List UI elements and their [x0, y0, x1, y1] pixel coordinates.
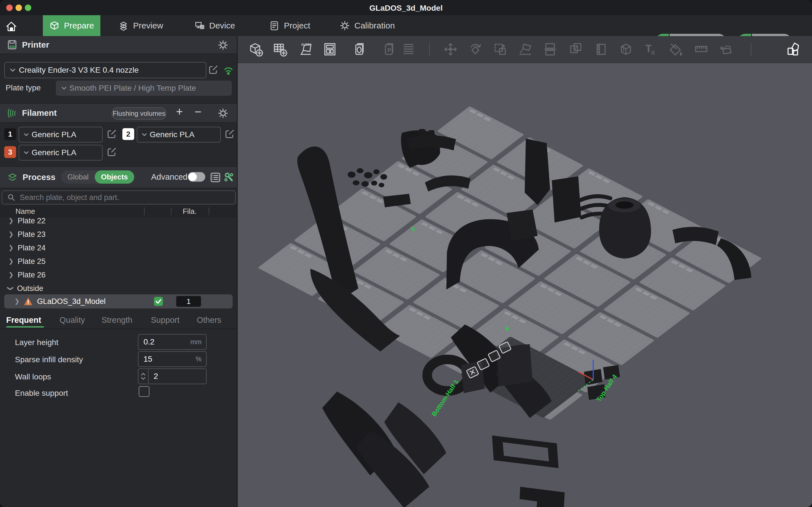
edit-filament-1-icon[interactable]: [107, 129, 117, 139]
preview-layers-icon: [118, 20, 129, 31]
filament-3-swatch[interactable]: 3: [4, 146, 16, 158]
small-parts-cluster[interactable]: [348, 168, 387, 187]
edit-filament-2-icon[interactable]: [224, 129, 235, 139]
search-settings-icon[interactable]: [223, 172, 235, 183]
infill-field[interactable]: %: [138, 351, 207, 367]
layer-height-input[interactable]: [139, 337, 186, 347]
filament-settings-gear-icon[interactable]: [218, 108, 229, 119]
edit-printer-icon[interactable]: [208, 65, 218, 75]
add-object-icon[interactable]: [248, 41, 264, 57]
object-search[interactable]: [2, 190, 236, 205]
list-item-object-selected[interactable]: ❯ GLaDOS_3d_Model 1: [4, 294, 233, 308]
process-mode-switch[interactable]: Global Objects: [61, 170, 134, 184]
rotate-icon[interactable]: [467, 41, 483, 57]
tab-prepare[interactable]: Prepare: [43, 15, 100, 36]
tab-others[interactable]: Others: [197, 316, 221, 325]
chevron-down-icon[interactable]: ❯: [7, 286, 14, 291]
printer-section-header: Printer: [0, 36, 237, 54]
parameter-table-icon[interactable]: [210, 172, 221, 183]
mode-global[interactable]: Global: [61, 173, 95, 181]
add-filament-button[interactable]: +: [176, 106, 183, 118]
wall-loops-stepper[interactable]: [139, 370, 149, 383]
text-tool-icon[interactable]: Ta: [642, 41, 658, 57]
chevron-right-icon[interactable]: ❯: [8, 231, 13, 238]
object-printable-checkbox[interactable]: [154, 297, 163, 306]
svg-text:P: P: [388, 47, 391, 53]
stepper-down-icon[interactable]: [141, 377, 146, 380]
tab-frequent[interactable]: Frequent: [6, 316, 41, 325]
wall-loops-input[interactable]: [149, 372, 197, 381]
printer-preset-value: Creality Ender-3 V3 KE 0.4 nozzle: [19, 66, 139, 75]
printer-settings-gear-icon[interactable]: [218, 40, 229, 50]
variable-layer-height-icon[interactable]: [401, 41, 416, 57]
list-item-plate-26[interactable]: ❯ Plate 26: [8, 268, 46, 282]
add-plate-icon[interactable]: [272, 41, 288, 57]
tab-preview-label: Preview: [133, 21, 163, 31]
chevron-right-icon[interactable]: ❯: [8, 258, 13, 265]
object-filament-value[interactable]: 1: [176, 296, 201, 307]
filament-1-name: Generic PLA: [32, 130, 77, 139]
filament-2-swatch[interactable]: 2: [122, 128, 134, 140]
seam-painting-icon[interactable]: [719, 41, 734, 57]
tab-quality[interactable]: Quality: [59, 316, 85, 325]
viewport-3d[interactable]: 6 5 Bottom-Half 1 Top-Half 4 AUTO: [238, 36, 812, 507]
chevron-right-icon[interactable]: ❯: [8, 271, 13, 279]
plate-type-value: Smooth PEI Plate / High Temp Plate: [69, 83, 196, 93]
tab-project[interactable]: Project: [269, 15, 310, 36]
mode-objects[interactable]: Objects: [95, 170, 134, 184]
tab-device[interactable]: Device: [195, 15, 235, 36]
move-icon[interactable]: [443, 41, 458, 57]
chevron-right-icon[interactable]: ❯: [8, 217, 13, 224]
chevron-right-icon[interactable]: ❯: [8, 244, 13, 251]
tab-project-label: Project: [284, 21, 310, 31]
chevron-right-icon[interactable]: ❯: [14, 298, 19, 305]
filament-2-dropdown[interactable]: Generic PLA: [137, 127, 221, 143]
mesh-boolean-icon[interactable]: [568, 41, 583, 57]
auto-orient-icon[interactable]: AUTO: [298, 41, 314, 57]
plate-25-label: Plate 25: [17, 257, 45, 266]
layer-height-field[interactable]: mm: [138, 334, 207, 350]
tab-preview[interactable]: Preview: [118, 15, 163, 36]
search-input[interactable]: [19, 193, 218, 202]
printer-preset-dropdown[interactable]: Creality Ender-3 V3 KE 0.4 nozzle: [4, 62, 206, 78]
infill-unit: %: [196, 355, 206, 363]
infill-input[interactable]: [139, 354, 186, 364]
measure-icon[interactable]: [693, 41, 709, 57]
filament-3-dropdown[interactable]: Generic PLA: [18, 145, 103, 161]
list-item-outside[interactable]: ❯ Outside: [8, 282, 43, 295]
wifi-connected-icon[interactable]: [223, 64, 234, 75]
device-icon: [195, 20, 205, 31]
filament-1-swatch[interactable]: 1: [4, 128, 16, 140]
tab-strength[interactable]: Strength: [101, 316, 133, 325]
edit-filament-3-icon[interactable]: [107, 147, 117, 157]
scale-icon[interactable]: [492, 41, 508, 57]
chevron-down-icon: [9, 67, 16, 73]
list-item-plate-24[interactable]: ❯ Plate 24: [8, 241, 46, 255]
enable-support-checkbox[interactable]: [139, 386, 149, 397]
list-item-plate-25[interactable]: ❯ Plate 25: [8, 255, 46, 268]
split-to-parts-icon[interactable]: P: [382, 41, 397, 57]
cut-icon[interactable]: [543, 41, 558, 57]
home-icon[interactable]: [5, 20, 17, 33]
plate-type-dropdown[interactable]: Smooth PEI Plate / High Temp Plate: [56, 80, 232, 96]
color-paint-icon[interactable]: [667, 41, 683, 57]
tab-support[interactable]: Support: [151, 316, 180, 325]
fuzzy-skin-icon[interactable]: [593, 41, 609, 57]
list-item-plate-23[interactable]: ❯ Plate 23: [8, 228, 46, 241]
advanced-toggle[interactable]: [188, 172, 205, 182]
negative-part-icon[interactable]: [618, 41, 634, 57]
stepper-up-icon[interactable]: [141, 372, 146, 376]
assembly-view-icon[interactable]: [785, 41, 801, 57]
flushing-volumes-button[interactable]: Flushing volumes: [112, 107, 166, 120]
split-to-objects-icon[interactable]: [352, 41, 368, 57]
tab-calibration[interactable]: Calibration: [340, 15, 395, 36]
plate-type-label: Plate type: [6, 83, 41, 93]
viewport-3d-scene[interactable]: 6 5 Bottom-Half 1 Top-Half 4: [238, 36, 812, 507]
place-on-face-icon[interactable]: [518, 41, 534, 57]
filament-1-dropdown[interactable]: Generic PLA: [18, 127, 103, 143]
wall-loops-field[interactable]: [138, 369, 207, 384]
wall-loops-label: Wall loops: [15, 372, 51, 381]
arrange-icon[interactable]: [322, 41, 338, 57]
remove-filament-button[interactable]: −: [195, 106, 202, 118]
list-item-plate-22[interactable]: ❯ Plate 22: [8, 214, 46, 228]
